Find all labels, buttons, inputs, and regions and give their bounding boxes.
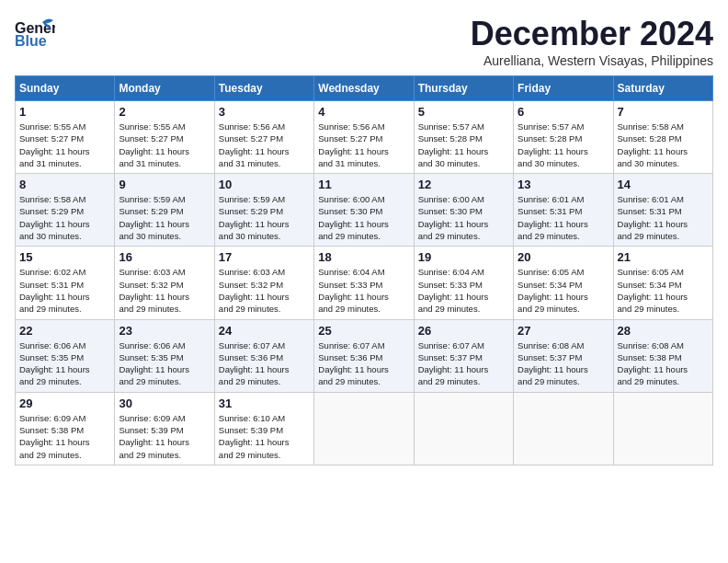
day-detail: Sunrise: 6:05 AM Sunset: 5:34 PM Dayligh… <box>518 266 609 315</box>
day-detail: Sunrise: 6:06 AM Sunset: 5:35 PM Dayligh… <box>19 339 110 388</box>
day-detail: Sunrise: 5:57 AM Sunset: 5:28 PM Dayligh… <box>418 121 509 169</box>
day-detail: Sunrise: 6:07 AM Sunset: 5:37 PM Dayligh… <box>418 339 509 388</box>
calendar-cell: 16Sunrise: 6:03 AM Sunset: 5:32 PM Dayli… <box>115 247 214 319</box>
day-detail: Sunrise: 6:01 AM Sunset: 5:31 PM Dayligh… <box>518 193 609 242</box>
day-number: 4 <box>318 105 409 119</box>
calendar-cell: 25Sunrise: 6:07 AM Sunset: 5:36 PM Dayli… <box>314 319 414 392</box>
calendar-cell: 10Sunrise: 5:59 AM Sunset: 5:29 PM Dayli… <box>214 174 313 247</box>
day-number: 20 <box>518 250 609 264</box>
calendar-cell: 27Sunrise: 6:08 AM Sunset: 5:37 PM Dayli… <box>514 319 613 392</box>
calendar-week-5: 29Sunrise: 6:09 AM Sunset: 5:38 PM Dayli… <box>16 392 713 465</box>
calendar-cell <box>613 392 712 465</box>
svg-text:Blue: Blue <box>15 33 47 49</box>
calendar-cell: 11Sunrise: 6:00 AM Sunset: 5:30 PM Dayli… <box>314 174 414 247</box>
day-detail: Sunrise: 5:58 AM Sunset: 5:28 PM Dayligh… <box>618 121 709 169</box>
calendar-cell: 15Sunrise: 6:02 AM Sunset: 5:31 PM Dayli… <box>16 247 115 319</box>
day-number: 11 <box>318 178 409 191</box>
day-number: 15 <box>19 250 110 264</box>
day-detail: Sunrise: 6:08 AM Sunset: 5:37 PM Dayligh… <box>518 339 609 388</box>
day-detail: Sunrise: 6:03 AM Sunset: 5:32 PM Dayligh… <box>219 266 310 315</box>
calendar-cell: 19Sunrise: 6:04 AM Sunset: 5:33 PM Dayli… <box>414 247 513 319</box>
day-detail: Sunrise: 6:10 AM Sunset: 5:39 PM Dayligh… <box>219 412 310 461</box>
calendar-title: December 2024 <box>471 15 713 53</box>
title-area: December 2024 Aurelliana, Western Visaya… <box>471 15 713 68</box>
day-header-monday: Monday <box>115 76 214 101</box>
day-detail: Sunrise: 5:59 AM Sunset: 5:29 PM Dayligh… <box>119 193 210 242</box>
day-detail: Sunrise: 6:07 AM Sunset: 5:36 PM Dayligh… <box>219 339 310 388</box>
day-number: 18 <box>318 250 409 264</box>
day-detail: Sunrise: 5:55 AM Sunset: 5:27 PM Dayligh… <box>19 121 110 169</box>
day-number: 29 <box>19 396 110 410</box>
day-number: 22 <box>19 324 110 338</box>
day-number: 1 <box>19 105 110 119</box>
day-detail: Sunrise: 5:58 AM Sunset: 5:29 PM Dayligh… <box>19 193 110 242</box>
calendar-cell: 2Sunrise: 5:55 AM Sunset: 5:27 PM Daylig… <box>115 101 214 174</box>
day-number: 21 <box>618 250 709 264</box>
day-number: 3 <box>219 105 310 119</box>
calendar-week-1: 1Sunrise: 5:55 AM Sunset: 5:27 PM Daylig… <box>16 101 713 174</box>
day-header-wednesday: Wednesday <box>314 76 414 101</box>
calendar-cell: 4Sunrise: 5:56 AM Sunset: 5:27 PM Daylig… <box>314 101 414 174</box>
calendar-cell: 22Sunrise: 6:06 AM Sunset: 5:35 PM Dayli… <box>16 319 115 392</box>
calendar-cell: 7Sunrise: 5:58 AM Sunset: 5:28 PM Daylig… <box>613 101 712 174</box>
calendar-table: SundayMondayTuesdayWednesdayThursdayFrid… <box>15 75 713 465</box>
calendar-cell: 17Sunrise: 6:03 AM Sunset: 5:32 PM Dayli… <box>214 247 313 319</box>
day-number: 9 <box>119 178 210 191</box>
calendar-cell: 6Sunrise: 5:57 AM Sunset: 5:28 PM Daylig… <box>514 101 613 174</box>
calendar-subtitle: Aurelliana, Western Visayas, Philippines <box>471 53 713 68</box>
day-header-thursday: Thursday <box>414 76 513 101</box>
day-number: 2 <box>119 105 210 119</box>
day-number: 26 <box>418 324 509 338</box>
day-number: 23 <box>119 324 210 338</box>
day-number: 7 <box>618 105 709 119</box>
calendar-body: 1Sunrise: 5:55 AM Sunset: 5:27 PM Daylig… <box>16 101 713 465</box>
day-number: 25 <box>318 324 409 338</box>
day-detail: Sunrise: 6:07 AM Sunset: 5:36 PM Dayligh… <box>318 339 409 388</box>
calendar-cell: 3Sunrise: 5:56 AM Sunset: 5:27 PM Daylig… <box>214 101 313 174</box>
day-number: 16 <box>119 250 210 264</box>
calendar-cell: 28Sunrise: 6:08 AM Sunset: 5:38 PM Dayli… <box>613 319 712 392</box>
day-detail: Sunrise: 5:55 AM Sunset: 5:27 PM Dayligh… <box>119 121 210 169</box>
calendar-cell: 18Sunrise: 6:04 AM Sunset: 5:33 PM Dayli… <box>314 247 414 319</box>
calendar-week-2: 8Sunrise: 5:58 AM Sunset: 5:29 PM Daylig… <box>16 174 713 247</box>
calendar-cell: 13Sunrise: 6:01 AM Sunset: 5:31 PM Dayli… <box>514 174 613 247</box>
day-number: 19 <box>418 250 509 264</box>
day-number: 24 <box>219 324 310 338</box>
calendar-cell: 26Sunrise: 6:07 AM Sunset: 5:37 PM Dayli… <box>414 319 513 392</box>
day-number: 8 <box>19 178 110 191</box>
day-detail: Sunrise: 6:03 AM Sunset: 5:32 PM Dayligh… <box>119 266 210 315</box>
calendar-cell <box>414 392 513 465</box>
day-detail: Sunrise: 6:09 AM Sunset: 5:39 PM Dayligh… <box>119 412 210 461</box>
calendar-cell: 30Sunrise: 6:09 AM Sunset: 5:39 PM Dayli… <box>115 392 214 465</box>
day-detail: Sunrise: 6:09 AM Sunset: 5:38 PM Dayligh… <box>19 412 110 461</box>
day-number: 12 <box>418 178 509 191</box>
day-number: 17 <box>219 250 310 264</box>
calendar-cell: 5Sunrise: 5:57 AM Sunset: 5:28 PM Daylig… <box>414 101 513 174</box>
day-number: 13 <box>518 178 609 191</box>
calendar-cell <box>314 392 414 465</box>
calendar-week-4: 22Sunrise: 6:06 AM Sunset: 5:35 PM Dayli… <box>16 319 713 392</box>
day-detail: Sunrise: 6:04 AM Sunset: 5:33 PM Dayligh… <box>318 266 409 315</box>
day-detail: Sunrise: 5:57 AM Sunset: 5:28 PM Dayligh… <box>518 121 609 169</box>
day-detail: Sunrise: 5:56 AM Sunset: 5:27 PM Dayligh… <box>318 121 409 169</box>
calendar-cell: 31Sunrise: 6:10 AM Sunset: 5:39 PM Dayli… <box>214 392 313 465</box>
day-detail: Sunrise: 6:00 AM Sunset: 5:30 PM Dayligh… <box>318 193 409 242</box>
day-header-friday: Friday <box>514 76 613 101</box>
calendar-cell: 8Sunrise: 5:58 AM Sunset: 5:29 PM Daylig… <box>16 174 115 247</box>
day-detail: Sunrise: 6:00 AM Sunset: 5:30 PM Dayligh… <box>418 193 509 242</box>
day-header-saturday: Saturday <box>613 76 712 101</box>
day-detail: Sunrise: 5:59 AM Sunset: 5:29 PM Dayligh… <box>219 193 310 242</box>
calendar-week-3: 15Sunrise: 6:02 AM Sunset: 5:31 PM Dayli… <box>16 247 713 319</box>
calendar-cell: 12Sunrise: 6:00 AM Sunset: 5:30 PM Dayli… <box>414 174 513 247</box>
logo-icon: General Blue <box>15 15 55 52</box>
header: General Blue December 2024 Aurelliana, W… <box>15 15 713 68</box>
day-detail: Sunrise: 6:06 AM Sunset: 5:35 PM Dayligh… <box>119 339 210 388</box>
calendar-cell <box>514 392 613 465</box>
day-number: 5 <box>418 105 509 119</box>
day-header-sunday: Sunday <box>16 76 115 101</box>
logo: General Blue <box>15 15 55 52</box>
day-detail: Sunrise: 5:56 AM Sunset: 5:27 PM Dayligh… <box>219 121 310 169</box>
day-number: 10 <box>219 178 310 191</box>
calendar-cell: 1Sunrise: 5:55 AM Sunset: 5:27 PM Daylig… <box>16 101 115 174</box>
day-detail: Sunrise: 6:02 AM Sunset: 5:31 PM Dayligh… <box>19 266 110 315</box>
